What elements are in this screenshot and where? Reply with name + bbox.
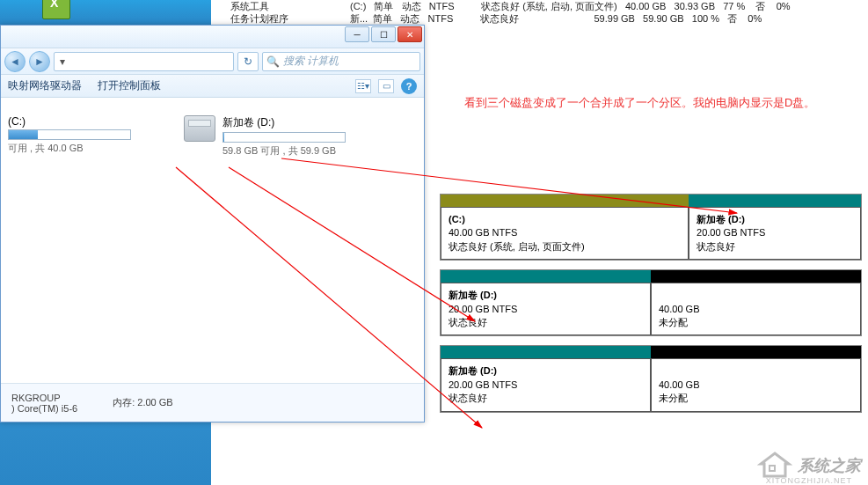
status-memory: 内存: 2.00 GB [113, 396, 172, 409]
disk-management-panel: (C:) 40.00 GB NTFS 状态良好 (系统, 启动, 页面文件) 新… [440, 194, 862, 422]
explorer-content: (C:) 可用 , 共 40.0 GB 新加卷 (D:) 59.8 GB 可用 … [1, 99, 424, 383]
partition-c[interactable]: (C:) 40.00 GB NTFS 状态良好 (系统, 启动, 页面文件) [441, 207, 689, 260]
drive-c-label: (C:) [8, 115, 131, 128]
nav-forward-button[interactable]: ► [29, 51, 50, 72]
address-bar[interactable]: ▾ [54, 52, 234, 71]
partition-unalloc-3-size: 40.00 GB [659, 378, 853, 392]
partition-d2-size: 20.00 GB NTFS [449, 303, 643, 316]
explorer-window: ─ ☐ ✕ ◄ ► ▾ ↻ 🔍 搜索 计算机 映射网络驱动器 打开控制面板 ☷▾… [0, 25, 425, 423]
minimize-button[interactable]: ─ [345, 26, 369, 42]
refresh-button[interactable]: ↻ [237, 52, 259, 71]
partition-unalloc-2[interactable]: 40.00 GB 未分配 [651, 283, 861, 335]
disk-table-row-d: 新... 简单 动态 NTFS 状态良好 59.99 GB 59.90 GB 1… [350, 12, 762, 26]
menu-control-panel[interactable]: 打开控制面板 [98, 78, 161, 93]
nav-back-button[interactable]: ◄ [4, 51, 26, 72]
disk-row-1: (C:) 40.00 GB NTFS 状态良好 (系统, 启动, 页面文件) 新… [440, 194, 862, 261]
partition-c-name: (C:) [449, 213, 681, 226]
close-button[interactable]: ✕ [398, 26, 422, 42]
partition-header-unallocated [651, 270, 861, 283]
partition-d1[interactable]: 新加卷 (D:) 20.00 GB NTFS 状态良好 [689, 207, 861, 260]
svg-rect-3 [770, 466, 775, 471]
explorer-titlebar[interactable]: ─ ☐ ✕ [1, 26, 424, 48]
partition-header-olive [441, 195, 689, 207]
partition-header-teal [689, 195, 861, 207]
maximize-button[interactable]: ☐ [371, 26, 396, 42]
partition-header-unallocated [651, 346, 861, 358]
partition-c-size: 40.00 GB NTFS [449, 226, 681, 239]
search-input[interactable]: 🔍 搜索 计算机 [262, 52, 420, 71]
drive-d-capacity-bar [222, 132, 346, 143]
partition-d1-name: 新加卷 (D:) [697, 213, 853, 226]
partition-d2-state: 状态良好 [449, 316, 643, 329]
partition-unalloc-2-size: 40.00 GB [659, 303, 853, 316]
drive-c-capacity-bar [8, 129, 131, 140]
search-placeholder: 搜索 计算机 [283, 54, 339, 69]
partition-d2[interactable]: 新加卷 (D:) 20.00 GB NTFS 状态良好 [441, 283, 651, 335]
drive-c-subtext: 可用 , 共 40.0 GB [8, 142, 131, 155]
partition-unalloc-2-state: 未分配 [659, 316, 853, 329]
excel-icon[interactable] [42, 0, 70, 19]
drive-d-subtext: 59.8 GB 可用 , 共 59.9 GB [222, 144, 346, 158]
disk-table-row-2: 任务计划程序 [230, 12, 288, 26]
drive-c[interactable]: (C:) 可用 , 共 40.0 GB [1, 112, 177, 161]
disk-row-2: 新加卷 (D:) 20.00 GB NTFS 状态良好 40.00 GB 未分配 [440, 269, 862, 336]
status-workgroup: RKGROUP [11, 393, 77, 403]
partition-d3-state: 状态良好 [449, 392, 643, 405]
partition-d1-size: 20.00 GB NTFS [697, 226, 853, 239]
partition-header-teal [441, 270, 651, 283]
status-cpu: ) Core(TM) i5-6 [11, 403, 77, 414]
watermark-url: XITONGZHIJIA.NET [766, 476, 852, 485]
partition-c-state: 状态良好 (系统, 启动, 页面文件) [449, 240, 681, 254]
search-icon: 🔍 [266, 55, 280, 68]
preview-pane-button[interactable]: ▭ [378, 79, 394, 93]
disk-table-row-1: 系统工具 [230, 0, 269, 13]
annotation-text: 看到三个磁盘变成了一个合并成了一个分区。我的电脑内显示是D盘。 [464, 95, 815, 111]
explorer-menubar: 映射网络驱动器 打开控制面板 ☷▾ ▭ ? [1, 75, 424, 98]
hdd-icon [184, 115, 215, 142]
watermark-text: 系统之家 [798, 455, 861, 476]
drive-d-label: 新加卷 (D:) [222, 115, 346, 130]
partition-d3-name: 新加卷 (D:) [449, 364, 643, 378]
partition-d3[interactable]: 新加卷 (D:) 20.00 GB NTFS 状态良好 [441, 358, 651, 411]
disk-row-3: 新加卷 (D:) 20.00 GB NTFS 状态良好 40.00 GB 未分配 [440, 345, 862, 412]
disk-table-row-c: (C:) 简单 动态 NTFS 状态良好 (系统, 启动, 页面文件) 40.0… [350, 0, 791, 13]
menu-map-drive[interactable]: 映射网络驱动器 [8, 78, 82, 93]
help-button[interactable]: ? [401, 78, 417, 94]
taskbar-fragment [0, 0, 211, 25]
partition-d2-name: 新加卷 (D:) [449, 289, 643, 302]
partition-header-teal [441, 346, 651, 358]
partition-unalloc-3-state: 未分配 [659, 392, 853, 405]
drive-d[interactable]: 新加卷 (D:) 59.8 GB 可用 , 共 59.9 GB [177, 112, 353, 161]
explorer-statusbar: RKGROUP ) Core(TM) i5-6 内存: 2.00 GB [1, 383, 424, 422]
partition-d3-size: 20.00 GB NTFS [449, 378, 643, 392]
view-options-button[interactable]: ☷▾ [355, 79, 371, 93]
explorer-toolbar: ◄ ► ▾ ↻ 🔍 搜索 计算机 [1, 48, 424, 75]
partition-d1-state: 状态良好 [697, 240, 853, 254]
background-snippets: 系统工具 任务计划程序 (C:) 简单 动态 NTFS 状态良好 (系统, 启动… [0, 0, 868, 25]
partition-unalloc-3[interactable]: 40.00 GB 未分配 [651, 358, 861, 411]
